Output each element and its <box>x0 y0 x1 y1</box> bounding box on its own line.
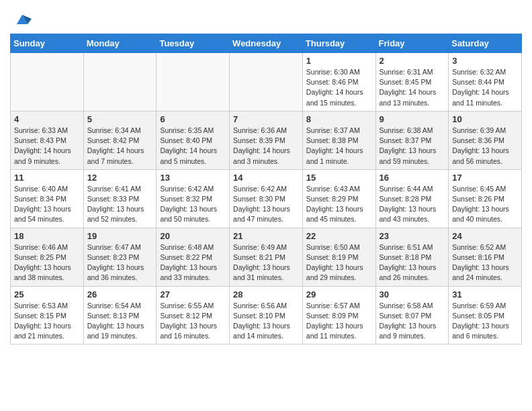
calendar-cell: 8Sunrise: 6:37 AMSunset: 8:38 PMDaylight… <box>302 111 375 169</box>
calendar-cell: 6Sunrise: 6:35 AMSunset: 8:40 PMDaylight… <box>157 111 230 169</box>
day-detail: Sunrise: 6:58 AMSunset: 8:07 PMDaylight:… <box>380 301 445 342</box>
day-detail: Sunrise: 6:50 AMSunset: 8:19 PMDaylight:… <box>306 242 372 283</box>
day-number: 18 <box>14 231 80 241</box>
calendar-cell <box>230 53 303 111</box>
logo <box>10 9 32 28</box>
day-number: 16 <box>380 173 445 183</box>
calendar-cell: 2Sunrise: 6:31 AMSunset: 8:45 PMDaylight… <box>375 53 449 111</box>
column-header-tuesday: Tuesday <box>157 34 230 53</box>
day-number: 3 <box>452 56 518 66</box>
calendar-cell: 26Sunrise: 6:54 AMSunset: 8:13 PMDayligh… <box>83 286 157 345</box>
day-detail: Sunrise: 6:55 AMSunset: 8:12 PMDaylight:… <box>160 301 226 342</box>
day-detail: Sunrise: 6:35 AMSunset: 8:40 PMDaylight:… <box>160 126 226 167</box>
calendar-cell: 11Sunrise: 6:40 AMSunset: 8:34 PMDayligh… <box>11 169 84 228</box>
day-number: 23 <box>380 231 445 241</box>
day-detail: Sunrise: 6:46 AMSunset: 8:25 PMDaylight:… <box>14 242 80 283</box>
day-detail: Sunrise: 6:51 AMSunset: 8:18 PMDaylight:… <box>380 242 445 283</box>
day-detail: Sunrise: 6:57 AMSunset: 8:09 PMDaylight:… <box>306 301 372 342</box>
day-number: 20 <box>160 231 226 241</box>
day-detail: Sunrise: 6:42 AMSunset: 8:32 PMDaylight:… <box>160 184 226 225</box>
calendar-cell: 12Sunrise: 6:41 AMSunset: 8:33 PMDayligh… <box>83 169 157 228</box>
calendar-cell: 31Sunrise: 6:59 AMSunset: 8:05 PMDayligh… <box>449 286 522 345</box>
day-number: 28 <box>233 289 299 300</box>
calendar-cell: 28Sunrise: 6:56 AMSunset: 8:10 PMDayligh… <box>230 286 303 345</box>
day-number: 2 <box>380 56 445 66</box>
logo-icon <box>13 9 32 28</box>
calendar-cell: 16Sunrise: 6:44 AMSunset: 8:28 PMDayligh… <box>375 169 449 228</box>
day-detail: Sunrise: 6:31 AMSunset: 8:45 PMDaylight:… <box>380 67 445 108</box>
day-detail: Sunrise: 6:41 AMSunset: 8:33 PMDaylight:… <box>87 184 153 225</box>
day-detail: Sunrise: 6:40 AMSunset: 8:34 PMDaylight:… <box>14 184 80 225</box>
day-detail: Sunrise: 6:52 AMSunset: 8:16 PMDaylight:… <box>452 242 518 283</box>
calendar-cell: 19Sunrise: 6:47 AMSunset: 8:23 PMDayligh… <box>83 228 157 286</box>
calendar-cell: 27Sunrise: 6:55 AMSunset: 8:12 PMDayligh… <box>157 286 230 345</box>
calendar-cell: 15Sunrise: 6:43 AMSunset: 8:29 PMDayligh… <box>302 169 375 228</box>
calendar-cell <box>11 53 84 111</box>
column-header-saturday: Saturday <box>449 34 522 53</box>
calendar-cell: 20Sunrise: 6:48 AMSunset: 8:22 PMDayligh… <box>157 228 230 286</box>
day-detail: Sunrise: 6:39 AMSunset: 8:36 PMDaylight:… <box>452 126 518 167</box>
column-header-monday: Monday <box>83 34 157 53</box>
calendar-table: SundayMondayTuesdayWednesdayThursdayFrid… <box>10 34 522 345</box>
calendar-cell <box>83 53 157 111</box>
calendar-cell <box>157 53 230 111</box>
calendar-cell: 4Sunrise: 6:33 AMSunset: 8:43 PMDaylight… <box>11 111 84 169</box>
calendar-cell: 24Sunrise: 6:52 AMSunset: 8:16 PMDayligh… <box>449 228 522 286</box>
day-detail: Sunrise: 6:42 AMSunset: 8:30 PMDaylight:… <box>233 184 299 225</box>
day-detail: Sunrise: 6:49 AMSunset: 8:21 PMDaylight:… <box>233 242 299 283</box>
day-detail: Sunrise: 6:56 AMSunset: 8:10 PMDaylight:… <box>233 301 299 342</box>
calendar-cell: 22Sunrise: 6:50 AMSunset: 8:19 PMDayligh… <box>302 228 375 286</box>
column-header-sunday: Sunday <box>11 34 84 53</box>
day-number: 31 <box>452 289 518 300</box>
calendar-cell: 21Sunrise: 6:49 AMSunset: 8:21 PMDayligh… <box>230 228 303 286</box>
calendar-cell: 17Sunrise: 6:45 AMSunset: 8:26 PMDayligh… <box>449 169 522 228</box>
day-number: 30 <box>380 289 445 300</box>
calendar-cell: 1Sunrise: 6:30 AMSunset: 8:46 PMDaylight… <box>302 53 375 111</box>
day-number: 8 <box>306 114 372 124</box>
calendar-cell: 25Sunrise: 6:53 AMSunset: 8:15 PMDayligh… <box>11 286 84 345</box>
day-number: 9 <box>380 114 445 124</box>
calendar-week-row: 11Sunrise: 6:40 AMSunset: 8:34 PMDayligh… <box>11 169 522 228</box>
day-detail: Sunrise: 6:30 AMSunset: 8:46 PMDaylight:… <box>306 67 372 108</box>
day-detail: Sunrise: 6:45 AMSunset: 8:26 PMDaylight:… <box>452 184 518 225</box>
day-number: 13 <box>160 173 226 183</box>
calendar-week-row: 1Sunrise: 6:30 AMSunset: 8:46 PMDaylight… <box>11 53 522 111</box>
calendar-cell: 13Sunrise: 6:42 AMSunset: 8:32 PMDayligh… <box>157 169 230 228</box>
calendar-header-row: SundayMondayTuesdayWednesdayThursdayFrid… <box>11 34 522 53</box>
day-detail: Sunrise: 6:47 AMSunset: 8:23 PMDaylight:… <box>87 242 153 283</box>
day-number: 4 <box>14 114 80 124</box>
day-number: 25 <box>14 289 80 300</box>
day-detail: Sunrise: 6:53 AMSunset: 8:15 PMDaylight:… <box>14 301 80 342</box>
calendar-cell: 10Sunrise: 6:39 AMSunset: 8:36 PMDayligh… <box>449 111 522 169</box>
calendar-week-row: 4Sunrise: 6:33 AMSunset: 8:43 PMDaylight… <box>11 111 522 169</box>
day-number: 21 <box>233 231 299 241</box>
calendar-cell: 5Sunrise: 6:34 AMSunset: 8:42 PMDaylight… <box>83 111 157 169</box>
day-number: 26 <box>87 289 153 300</box>
calendar-cell: 7Sunrise: 6:36 AMSunset: 8:39 PMDaylight… <box>230 111 303 169</box>
calendar-week-row: 25Sunrise: 6:53 AMSunset: 8:15 PMDayligh… <box>11 286 522 345</box>
day-number: 29 <box>306 289 372 300</box>
day-detail: Sunrise: 6:36 AMSunset: 8:39 PMDaylight:… <box>233 126 299 167</box>
day-detail: Sunrise: 6:43 AMSunset: 8:29 PMDaylight:… <box>306 184 372 225</box>
day-number: 7 <box>233 114 299 124</box>
day-number: 14 <box>233 173 299 183</box>
calendar-cell: 18Sunrise: 6:46 AMSunset: 8:25 PMDayligh… <box>11 228 84 286</box>
day-detail: Sunrise: 6:37 AMSunset: 8:38 PMDaylight:… <box>306 126 372 167</box>
day-detail: Sunrise: 6:59 AMSunset: 8:05 PMDaylight:… <box>452 301 518 342</box>
page-header <box>10 7 522 28</box>
day-detail: Sunrise: 6:54 AMSunset: 8:13 PMDaylight:… <box>87 301 153 342</box>
calendar-cell: 30Sunrise: 6:58 AMSunset: 8:07 PMDayligh… <box>375 286 449 345</box>
column-header-friday: Friday <box>375 34 449 53</box>
day-number: 1 <box>306 56 372 66</box>
day-number: 10 <box>452 114 518 124</box>
calendar-cell: 29Sunrise: 6:57 AMSunset: 8:09 PMDayligh… <box>302 286 375 345</box>
day-detail: Sunrise: 6:38 AMSunset: 8:37 PMDaylight:… <box>380 126 445 167</box>
column-header-wednesday: Wednesday <box>230 34 303 53</box>
day-number: 27 <box>160 289 226 300</box>
day-number: 19 <box>87 231 153 241</box>
day-number: 15 <box>306 173 372 183</box>
day-detail: Sunrise: 6:48 AMSunset: 8:22 PMDaylight:… <box>160 242 226 283</box>
day-number: 24 <box>452 231 518 241</box>
calendar-cell: 14Sunrise: 6:42 AMSunset: 8:30 PMDayligh… <box>230 169 303 228</box>
column-header-thursday: Thursday <box>302 34 375 53</box>
